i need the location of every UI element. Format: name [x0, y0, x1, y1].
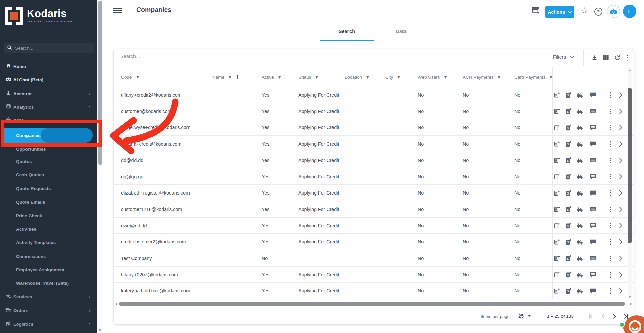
open-row-icon[interactable] — [619, 207, 623, 212]
sidebar-item-quote-requests[interactable]: Quote Requests — [0, 182, 97, 195]
kodaris-logo[interactable]: Kodaris THE SUPPLY CHAIN PLATFORM — [5, 7, 72, 25]
add-invoice-icon[interactable]: $ — [565, 124, 571, 131]
open-row-icon[interactable] — [619, 158, 623, 163]
refresh-icon[interactable] — [614, 55, 621, 62]
add-invoice-icon[interactable]: $ — [565, 92, 571, 98]
add-invoice-icon[interactable]: $ — [565, 141, 571, 147]
add-note-icon[interactable] — [554, 124, 560, 131]
open-row-icon[interactable] — [619, 288, 623, 294]
store-add-icon[interactable] — [531, 6, 540, 16]
ai-assistant-icon[interactable] — [607, 5, 620, 18]
page-size-select[interactable]: 25 — [518, 313, 531, 319]
comments-icon[interactable] — [590, 125, 596, 131]
comments-icon[interactable] — [590, 223, 596, 229]
more-options-icon[interactable] — [610, 239, 611, 245]
add-note-icon[interactable] — [554, 108, 560, 115]
add-note-icon[interactable] — [554, 255, 560, 262]
column-header-name[interactable]: Name ▼↑ — [212, 67, 240, 87]
sidebar-item-cash-quotes[interactable]: Cash Quotes — [0, 168, 97, 181]
scrollbar-down-arrow-icon[interactable]: ▼ — [628, 296, 632, 299]
add-note-icon[interactable] — [554, 141, 560, 147]
sidebar-item-ai-chat-beta[interactable]: AI Chat (Beta) — [0, 73, 97, 87]
more-options-icon[interactable] — [610, 272, 611, 278]
sidebar-item-commissions[interactable]: Commissions — [0, 249, 97, 263]
add-delivery-icon[interactable] — [576, 174, 584, 179]
add-delivery-icon[interactable] — [576, 288, 584, 294]
column-filter-icon[interactable]: ▼ — [366, 75, 369, 79]
table-vertical-scrollbar[interactable]: ▲ ▼ — [628, 68, 632, 299]
open-row-icon[interactable] — [619, 239, 623, 245]
add-invoice-icon[interactable]: $ — [565, 108, 571, 115]
tab-data[interactable]: Data — [374, 21, 428, 41]
sidebar-scrollbar[interactable]: ▼ — [97, 0, 103, 333]
horizontal-scrollbar-thumb[interactable] — [119, 302, 625, 306]
table-search-input[interactable] — [120, 54, 422, 59]
sidebar-item-activity-templates[interactable]: Activity Templates — [0, 236, 97, 249]
sidebar-item-warehouse-travel-beta[interactable]: Warehouse Travel (Beta) — [0, 276, 97, 290]
sort-ascending-icon[interactable]: ↑ — [236, 74, 240, 80]
open-row-icon[interactable] — [619, 256, 623, 261]
add-note-icon[interactable] — [554, 206, 560, 213]
add-note-icon[interactable] — [554, 157, 560, 164]
column-header-city[interactable]: City ▼ — [385, 67, 400, 87]
user-avatar[interactable]: L — [623, 5, 636, 18]
more-options-icon[interactable] — [610, 190, 611, 196]
favorite-star-icon[interactable]: ☆ — [581, 6, 588, 15]
scrollbar-down-arrow-icon[interactable]: ▼ — [97, 328, 103, 332]
more-options-icon[interactable] — [610, 255, 611, 262]
open-row-icon[interactable] — [619, 141, 623, 147]
sidebar-search-input[interactable] — [15, 46, 82, 51]
add-invoice-icon[interactable]: $ — [565, 157, 571, 164]
more-options-icon[interactable] — [610, 157, 611, 164]
add-delivery-icon[interactable] — [576, 223, 584, 228]
add-note-icon[interactable] — [554, 239, 560, 245]
add-delivery-icon[interactable] — [576, 125, 584, 130]
add-invoice-icon[interactable]: $ — [565, 190, 571, 197]
tab-search[interactable]: Search — [320, 21, 374, 41]
column-filter-icon[interactable]: ▼ — [550, 75, 552, 79]
sidebar-item-activities[interactable]: Activities — [0, 222, 97, 236]
add-delivery-icon[interactable] — [576, 239, 584, 245]
previous-page-button[interactable] — [599, 313, 607, 321]
more-options-icon[interactable] — [610, 124, 611, 131]
column-filter-icon[interactable]: ▼ — [315, 75, 318, 79]
comments-icon[interactable] — [590, 255, 596, 261]
sidebar-item-analytics[interactable]: Analytics› — [0, 100, 97, 114]
add-delivery-icon[interactable] — [576, 92, 584, 98]
scrollbar-up-arrow-icon[interactable]: ▲ — [628, 69, 632, 72]
add-delivery-icon[interactable] — [576, 109, 584, 114]
add-note-icon[interactable] — [554, 92, 560, 98]
column-header-active[interactable]: Active ▼ — [262, 67, 281, 87]
sidebar-item-quotes[interactable]: Quotes — [0, 155, 97, 168]
add-invoice-icon[interactable]: $ — [565, 255, 571, 262]
more-options-icon[interactable] — [610, 92, 611, 98]
column-filter-icon[interactable]: ▼ — [278, 75, 281, 79]
sidebar-item-orders[interactable]: Orders› — [0, 303, 97, 317]
comments-icon[interactable] — [590, 174, 596, 180]
open-row-icon[interactable] — [619, 190, 623, 196]
more-options-icon[interactable] — [610, 173, 611, 180]
sidebar-item-home[interactable]: Home — [0, 60, 97, 73]
comments-icon[interactable] — [590, 157, 596, 163]
add-note-icon[interactable] — [554, 271, 560, 278]
comments-icon[interactable] — [590, 92, 596, 98]
column-header-web-users[interactable]: Web Users ▼ — [418, 67, 447, 87]
add-note-icon[interactable] — [554, 288, 560, 294]
add-note-icon[interactable] — [554, 222, 560, 229]
sidebar-item-employee-assignment[interactable]: Employee Assignment — [0, 263, 97, 276]
add-delivery-icon[interactable] — [576, 256, 584, 261]
comments-icon[interactable] — [590, 206, 596, 212]
open-row-icon[interactable] — [619, 272, 623, 278]
actions-button[interactable]: Actions — [545, 6, 574, 18]
add-invoice-icon[interactable]: $ — [565, 271, 571, 278]
sidebar-item-services[interactable]: Services› — [0, 290, 97, 303]
sidebar-item-quote-emails[interactable]: Quote Emails — [0, 195, 97, 209]
add-invoice-icon[interactable]: $ — [565, 206, 571, 213]
help-icon[interactable]: ? — [594, 8, 602, 16]
add-invoice-icon[interactable]: $ — [565, 239, 571, 245]
comments-icon[interactable] — [590, 239, 596, 245]
column-filter-icon[interactable]: ▼ — [444, 75, 447, 79]
first-page-button[interactable] — [587, 313, 595, 321]
comments-icon[interactable] — [590, 108, 596, 114]
more-options-icon[interactable] — [610, 206, 611, 213]
